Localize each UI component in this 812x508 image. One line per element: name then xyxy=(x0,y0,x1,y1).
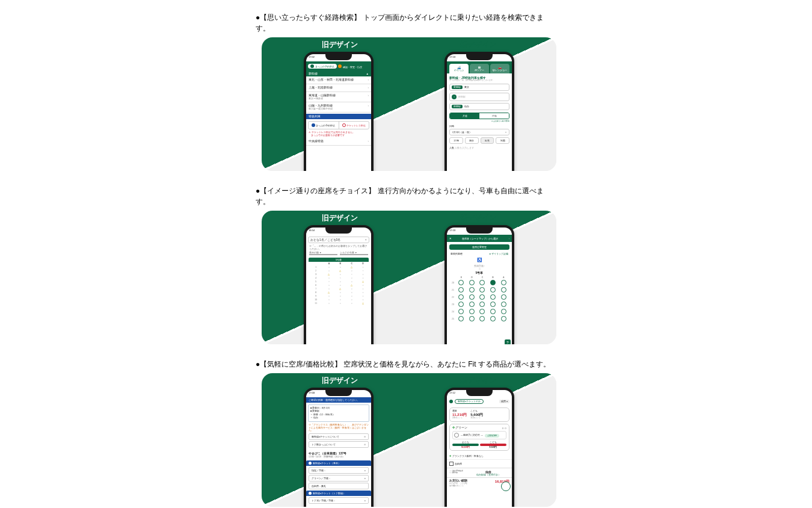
line-row[interactable]: 上越・北陸新幹線› xyxy=(306,84,371,92)
seatmap-titlebar: × 座席表（シートマップ）から選択 › xyxy=(447,235,512,242)
section-route-search: ●【思い立ったらすぐ経路検索】 トップ画面からダイレクトに乗りたい経路を検索でき… xyxy=(256,12,556,171)
granclass-icon: ✤ xyxy=(449,454,451,457)
confirm-change-tab[interactable]: 確認・変更・払戻 xyxy=(338,64,362,69)
train-type-label: 車両列車種 xyxy=(451,252,463,255)
itinerary-card: 乗車日：8月1日 乗車駅 → 降車（12：06出発） → 仙台 xyxy=(308,404,369,422)
section-header-limited-express: 特急列車 xyxy=(306,114,371,119)
caption-1: ●【思い立ったらすぐ経路検索】 トップ画面からダイレクトに乗りたい経路を検索でき… xyxy=(256,12,556,34)
direction-arrow-icon: △ xyxy=(447,267,512,270)
line-row[interactable]: 東北・山形・秋田・北海道新幹線› xyxy=(306,76,371,84)
wheelchair-option-radio[interactable]: — 車椅子に対応可 — +20%OFF xyxy=(452,431,506,439)
ticket-book-option[interactable]: きっぷの予約申込 xyxy=(309,122,339,129)
granclass-row[interactable]: ✤グランクラス飲料・軽食なし xyxy=(447,453,512,459)
section-price-compare: ●【気軽に空席/価格比較】 空席状況と価格を見ながら、あなたに Fit する商品… xyxy=(256,359,556,507)
label-old-1: 旧デザイン xyxy=(322,40,358,50)
passenger-summary[interactable]: おとな1名／こども0名 ▾ xyxy=(308,237,369,243)
car-label-new: 5号車 xyxy=(447,271,512,274)
top-tabbar: 🚄のりっぷ 🏛JRツアー 🚗駅レンタカー xyxy=(447,61,512,73)
green-car-icon: ✤ xyxy=(452,426,455,429)
chuo-line-row[interactable]: 中央線特急› xyxy=(306,138,371,146)
depart-mode-button[interactable]: 出発 xyxy=(481,137,494,144)
via-field[interactable]: ↕ 経由駅 xyxy=(449,93,509,101)
car-label-old: 5号車 xyxy=(309,258,369,262)
caption-3: ●【気軽に空席/価格比較】 空席状況と価格を見ながら、あなたに Fit する商品… xyxy=(256,359,556,370)
arrival-field[interactable]: 降車駅仙台 xyxy=(449,103,509,110)
hour-select[interactable]: 17時 xyxy=(449,137,463,144)
sort-select-1[interactable]: 表示の順 ▼ xyxy=(309,252,337,255)
comparison-2: 旧デザイン 新デザイン 16:54 おとな1名／こども0名 ▾ ※「…」の席から… xyxy=(262,211,556,344)
arrive-mode-button[interactable]: 到着 xyxy=(496,137,509,144)
facility-link[interactable]: ● ザイリック設備 xyxy=(489,252,508,255)
tab-ticket[interactable]: 🚄のりっぷ xyxy=(449,64,469,73)
eticket-discount-row[interactable]: 新幹線eチケット（トク割値） xyxy=(306,491,371,496)
instruction-header: ご希望の列車・座席種別を指定してください。 xyxy=(306,397,371,403)
ticketless-option[interactable]: チケットレス申込 xyxy=(339,122,369,129)
fare-option-row[interactable]: グリーン／禁煙：○ xyxy=(309,475,369,482)
search-subtext: きっぷのほか一部、旅行商品のお取扱いもございます。 xyxy=(449,79,509,82)
line-row[interactable]: 東海道・山陽新幹線東京〜博多間› xyxy=(306,92,371,102)
phone-old-1: 17:02 きっぷの予約申込 確認・変更・払戻 新幹線▲ 東北・山形・秋田・北海… xyxy=(304,52,374,171)
eticket-basic-row[interactable]: 新幹線eチケット（基本） xyxy=(306,460,371,466)
pax-label: 人数 人数を入力します xyxy=(449,146,509,149)
phone-new-1: 17:13 🚄のりっぷ 🏛JRツアー 🚗駅レンタカー 新幹線・JR特急列車を探す… xyxy=(444,52,514,171)
price-card-reserved[interactable]: 通常11,210円226ポイント こども5,600円112ポイント xyxy=(449,407,509,422)
seat-note: ※「…」の席からお好みのお客様をタップしてお選びください。 xyxy=(306,245,371,250)
phone-old-2: 16:54 おとな1名／こども0名 ▾ ※「…」の席からお好みのお客様をタップし… xyxy=(304,225,374,344)
phone-old-3: 17:03 ご希望の列車・座席種別を指定してください。 乗車日：8月1日 乗車駅… xyxy=(304,388,374,507)
seat-grid-old[interactable]: ABCD 1234567891011 xyxy=(309,262,369,305)
phone-new-2: 17:13 × 座席表（シートマップ）から選択 › 座席位置変更 車両列車種 ●… xyxy=(444,225,514,344)
date-select[interactable]: 2月1日（金・祝）▾ xyxy=(449,129,509,135)
trip-type-segment[interactable]: 片道 往復 xyxy=(449,113,509,119)
section-seat-select: ●【イメージ通りの座席をチョイス】 進行方向がわかるようになり、号車も自由に選べ… xyxy=(256,185,556,344)
non-reserved-row[interactable]: 自由席 xyxy=(447,459,512,468)
ticketless-alert-sub: きっぷでのお受取りが必要です xyxy=(306,134,371,137)
label-old-3: 旧デザイン xyxy=(322,376,358,386)
help-icon[interactable]: ? xyxy=(505,339,511,344)
label-old-2: 旧デザイン xyxy=(322,213,358,223)
comparison-1: 旧デザイン 新デザイン 17:02 きっぷの予約申込 確認・変更・払戻 新幹線▲ xyxy=(262,37,556,171)
comparison-3: 旧デザイン 新デザイン 17:03 ご希望の列車・座席種別を指定してください。 … xyxy=(262,373,556,507)
discount-info-row[interactable]: トク割きっぷについて⊕ xyxy=(309,441,369,448)
tab-rentalcar[interactable]: 🚗駅レンタカー xyxy=(490,64,509,73)
section-header-shinkansen: 新幹線▲ xyxy=(306,71,371,76)
availability-badge: 残席 ● xyxy=(499,400,509,403)
filter-eticket-only[interactable]: 新幹線eチケットのみ xyxy=(455,399,484,404)
price-card-green[interactable]: ✤ グリーン ○ ○ — 車椅子に対応可 — +20%OFF おとな14,620… xyxy=(449,424,509,451)
swap-icon[interactable]: ↕ xyxy=(452,94,457,99)
availability-icon: ○ ○ xyxy=(502,426,506,430)
departure-field[interactable]: 乗車駅東京 xyxy=(449,84,509,91)
phone-new-3: 17:12 新幹線eチケットのみ 残席 ● 通常11,210円226ポイント こ… xyxy=(444,388,514,507)
mascot-icon xyxy=(501,482,511,491)
caption-2: ●【イメージ通りの座席をチョイス】 進行方向がわかるようになり、号車も自由に選べ… xyxy=(256,185,556,207)
fare-option-row[interactable]: 自由席：集札 xyxy=(309,483,369,489)
book-ticket-button[interactable]: きっぷの予約申込 xyxy=(308,64,337,69)
route-summary: ── 指定席特急券── 新幹線 仙台 仙台駅線（在席付き） xyxy=(447,468,512,477)
label-new-3: 新デザイン xyxy=(460,376,496,386)
wheelchair-icon: ♿ xyxy=(447,258,512,262)
eticket-info-row[interactable]: 新幹線eチケットについて⊕ xyxy=(309,433,369,440)
close-icon[interactable]: × xyxy=(449,237,452,240)
label-new-1: 新デザイン xyxy=(460,40,496,50)
date-label: 日時 xyxy=(449,125,509,128)
line-row[interactable]: 山陽・九州新幹線新大阪〜鹿児島中央間› xyxy=(306,102,371,113)
granclass-notice: ※「グランクラス（飲料軽食なし）」、及びアテンダントによる車内サービス（飲料・軽… xyxy=(306,424,371,432)
train-time: 12:06→14:19 所要時刻（約2:13） xyxy=(306,456,371,459)
change-seat-position-button[interactable]: 座席位置変更 xyxy=(449,244,509,250)
minute-select[interactable]: 30分 xyxy=(465,137,479,144)
sort-select-2[interactable]: シルクの号車 ▼ xyxy=(340,252,368,255)
fare-option-row[interactable]: トク10／禁煙／禁煙：○ xyxy=(309,497,369,504)
status-dot-icon xyxy=(449,400,453,403)
seat-grid-new[interactable]: EDCBA 202122232425 xyxy=(450,276,509,323)
tab-tour[interactable]: 🏛JRツアー xyxy=(470,64,489,73)
square-icon xyxy=(449,462,454,466)
fare-option-row[interactable]: 指定／禁煙：○ xyxy=(309,467,369,474)
train-name: やまびこ（全車禁煙）137号 xyxy=(306,449,371,456)
label-new-2: 新デザイン xyxy=(460,213,496,223)
major-stations-link[interactable]: ● 主な駅から駅の検索 xyxy=(449,120,509,122)
